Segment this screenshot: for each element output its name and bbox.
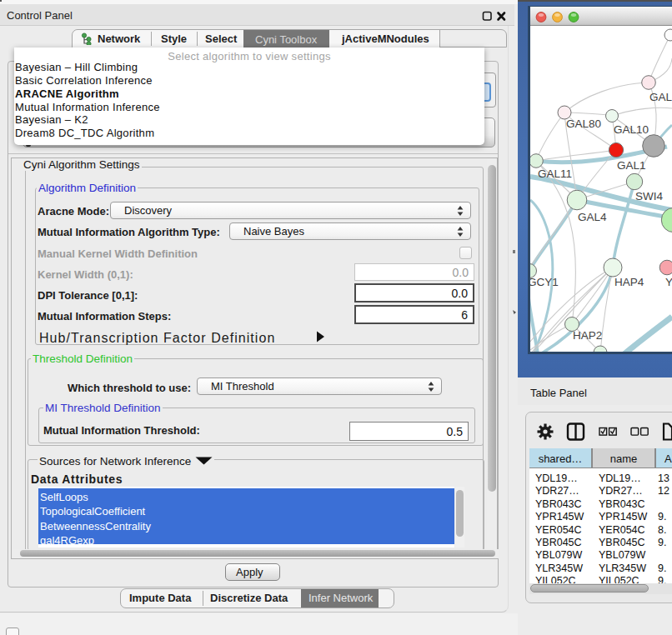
svg-text:HAP2: HAP2 (573, 329, 602, 342)
svg-text:GAL: GAL (649, 91, 672, 103)
svg-text:GAL80: GAL80 (566, 118, 601, 130)
svg-text:GAL11: GAL11 (538, 168, 572, 180)
svg-text:GAL4: GAL4 (578, 211, 607, 223)
svg-text:GCY1: GCY1 (530, 276, 559, 288)
svg-text:GAL10: GAL10 (614, 123, 649, 136)
svg-text:HAP4: HAP4 (614, 276, 644, 288)
svg-text:SWI4: SWI4 (635, 190, 663, 202)
svg-text:GAL1: GAL1 (617, 159, 646, 172)
svg-text:Y: Y (665, 276, 672, 288)
